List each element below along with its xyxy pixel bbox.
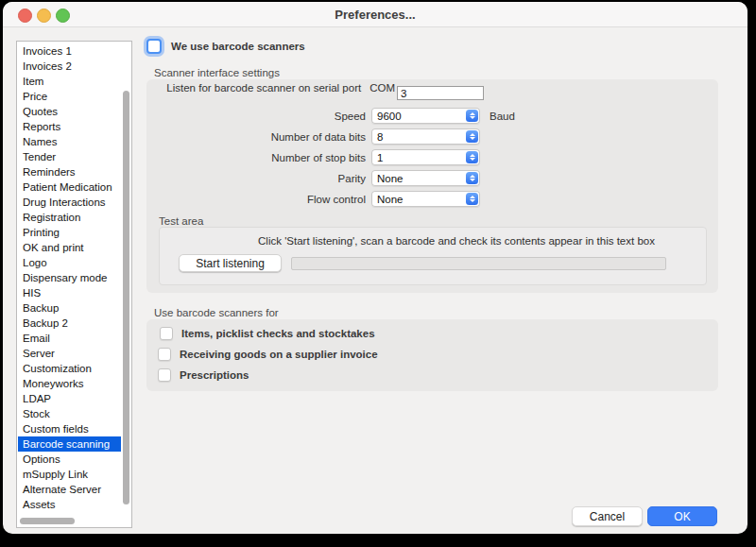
sidebar-item[interactable]: Custom fields [18,421,121,436]
popup-menu[interactable]: None [371,170,480,186]
sidebar-item[interactable]: Registration [18,210,121,225]
sidebar-item[interactable]: Item [18,74,121,89]
popup-label: Parity [146,173,371,184]
sidebar-item[interactable]: Moneyworks [18,376,121,391]
window-title: Preferences... [3,8,747,22]
popup-label: Speed [146,111,371,122]
popup-menu[interactable]: 1 [371,149,480,165]
scanner-settings-group-label: Scanner interface settings [154,67,280,78]
sidebar-item[interactable]: Drug Interactions [18,195,121,210]
serial-port-label: Listen for barcode scanner on serial por… [146,82,395,94]
sidebar-item[interactable]: Email [18,331,121,346]
option-label: Receiving goods on a supplier invoice [180,349,378,360]
option-row: Items, picklist checks and stocktakes [158,327,718,339]
sidebar-item[interactable]: Dispensary mode [18,270,121,285]
sidebar-item[interactable]: Backup [18,300,121,316]
option-checkbox[interactable] [158,368,171,382]
popup-suffix: Baud [490,111,515,122]
serial-port-input[interactable] [397,86,484,100]
use-scanners-label: We use barcode scanners [171,41,305,52]
sidebar-item[interactable]: Server [18,346,121,361]
sidebar-item[interactable]: mSupply Link [18,467,121,482]
option-checkbox[interactable] [160,327,173,340]
popup-value: None [371,194,466,205]
option-checkbox[interactable] [158,348,171,361]
cancel-button[interactable]: Cancel [572,506,643,526]
popup-value: None [371,173,466,184]
sidebar-item[interactable]: HIS [18,285,121,300]
option-row: Receiving goods on a supplier invoice [158,348,718,360]
option-label: Prescriptions [180,369,249,381]
sidebar-item[interactable]: Backup 2 [18,316,121,331]
popup-stepper-icon [466,151,478,163]
popup-row: Parity None [146,170,718,186]
test-area-box: Click 'Start listening', scan a barcode … [159,227,707,285]
sidebar-item[interactable]: Stock [18,406,121,421]
popup-value: 9600 [371,111,466,122]
sidebar-item[interactable]: Invoices 2 [18,59,121,74]
option-row: Prescriptions [158,368,718,381]
sidebar-horizontal-scrollbar[interactable] [20,518,75,524]
popup-label: Number of stop bits [146,152,371,163]
preferences-sidebar: Invoices 1 Invoices 2 Item Price Quotes … [16,41,132,528]
popup-menu[interactable]: 8 [371,128,480,145]
popup-row: Speed 9600 Baud [146,108,718,124]
test-area-label: Test area [159,215,203,227]
serial-port-label-text: Listen for barcode scanner on serial por… [166,82,361,94]
sidebar-vertical-scrollbar[interactable] [123,91,129,504]
use-for-group-label: Use barcode scanners for [154,307,279,318]
popup-menu[interactable]: 9600 [371,108,480,124]
sidebar-item[interactable]: LDAP [18,391,121,406]
popup-label: Number of data bits [146,131,371,143]
sidebar-item[interactable]: Reminders [18,164,121,179]
popup-stepper-icon [466,193,478,205]
sidebar-item[interactable]: Options [18,452,121,467]
barcode-test-field[interactable] [291,257,666,270]
use-for-group: Items, picklist checks and stocktakes Re… [146,319,718,391]
sidebar-list: Invoices 1 Invoices 2 Item Price Quotes … [18,43,121,512]
sidebar-item[interactable]: OK and print [18,240,121,255]
sidebar-item[interactable]: Names [18,134,121,149]
use-scanners-checkbox[interactable] [146,39,162,54]
ok-button[interactable]: OK [647,506,717,526]
popup-rows: Speed 9600 Baud Number of data bits 8 [146,108,718,212]
scanner-settings-group: Listen for barcode scanner on serial por… [146,79,718,293]
sidebar-item[interactable]: Invoices 1 [18,43,121,59]
sidebar-item[interactable]: Patient Medication [18,179,121,195]
title-bar: Preferences... [3,2,747,27]
popup-stepper-icon [466,110,478,122]
popup-value: 8 [371,131,466,143]
sidebar-item[interactable]: Quotes [18,104,121,119]
sidebar-item[interactable]: Price [18,89,121,104]
start-listening-button[interactable]: Start listening [179,254,282,272]
popup-menu[interactable]: None [371,191,480,207]
popup-stepper-icon [466,172,478,184]
popup-value: 1 [371,152,466,163]
sidebar-item[interactable]: Reports [18,119,121,134]
option-label: Items, picklist checks and stocktakes [181,328,375,339]
sidebar-item[interactable]: Tender [18,149,121,164]
sidebar-item[interactable]: Customization [18,361,121,376]
popup-row: Number of data bits 8 [146,128,718,145]
serial-port-unit: COM [369,82,395,94]
sidebar-item[interactable]: Alternate Server [18,482,121,497]
popup-label: Flow control [146,194,371,205]
sidebar-item[interactable]: Printing [18,225,121,240]
sidebar-item[interactable]: Barcode scanning [18,436,121,452]
preferences-window: Preferences... Invoices 1 Invoices 2 Ite… [3,2,747,534]
use-scanners-row: We use barcode scanners [146,39,305,54]
popup-row: Number of stop bits 1 [146,149,718,165]
sidebar-item[interactable]: Assets [18,497,121,512]
popup-stepper-icon [466,130,478,143]
use-for-options: Items, picklist checks and stocktakes Re… [158,327,718,389]
popup-row: Flow control None [146,191,718,207]
sidebar-item[interactable]: Logo [18,255,121,270]
test-area-instruction: Click 'Start listening', scan a barcode … [207,235,706,247]
